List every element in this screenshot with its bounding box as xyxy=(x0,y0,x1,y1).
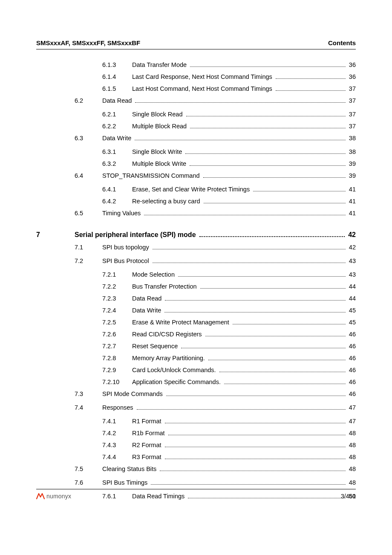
toc-entry-page: 43 xyxy=(347,271,356,278)
toc-entry-page: 45 xyxy=(347,319,356,326)
toc-entry-page: 46 xyxy=(347,367,356,373)
toc-entry[interactable]: 6.3.2Multiple Block Write39 xyxy=(36,160,356,168)
toc-entry[interactable]: 6.2.1Single Block Read37 xyxy=(36,111,356,118)
toc-leader-dots xyxy=(153,249,346,249)
toc-entry-page: 44 xyxy=(347,283,356,290)
toc-entry-title: R2 Format xyxy=(132,442,163,448)
toc-leader-dots xyxy=(190,66,346,67)
toc-subsection-number: 6.2.1 xyxy=(102,111,132,118)
toc-leader-dots xyxy=(219,372,346,372)
toc-entry-page: 48 xyxy=(347,454,356,460)
toc-entry-title: STOP_TRANSMISSION Command xyxy=(102,172,202,179)
toc-subsection-number: 6.1.4 xyxy=(102,73,132,80)
toc-entry[interactable]: 7.2SPI Bus Protocol43 xyxy=(36,257,356,265)
toc-entry[interactable]: 7.2.4Data Write45 xyxy=(36,307,356,314)
toc-entry[interactable]: 7.2.3Data Read44 xyxy=(36,295,356,302)
toc-subsection-number: 7.2.9 xyxy=(102,367,132,373)
toc-entry-title: Reset Sequence xyxy=(132,343,179,350)
toc-leader-dots xyxy=(135,102,346,103)
toc-section-number: 6.4 xyxy=(75,172,102,179)
toc-leader-dots xyxy=(190,128,346,128)
toc-entry[interactable]: 6.1.5Last Host Command, Next Host Comman… xyxy=(36,85,356,92)
toc-section-number: 7.6 xyxy=(75,479,102,486)
toc-subsection-number: 6.3.2 xyxy=(102,160,132,167)
toc-entry-title: Timing Values xyxy=(102,210,142,217)
toc-leader-dots xyxy=(168,435,346,435)
content-area: SMSxxxAF, SMSxxxFF, SMSxxxBF Contents 6.… xyxy=(0,0,392,500)
toc-subsection-number: 6.1.5 xyxy=(102,85,132,92)
toc-entry[interactable]: 7.2.5Erase & Write Protect Management45 xyxy=(36,319,356,326)
toc-subsection-number: 6.1.3 xyxy=(102,61,132,68)
toc-entry[interactable]: 6.3.1Single Block Write38 xyxy=(36,148,356,156)
toc-entry[interactable]: 6.4STOP_TRANSMISSION Command39 xyxy=(36,172,356,179)
toc-entry-page: 42 xyxy=(347,244,356,251)
toc-leader-dots xyxy=(165,300,346,301)
toc-entry[interactable]: 7.2.8Memory Array Partitioning.46 xyxy=(36,355,356,362)
toc-entry-page: 37 xyxy=(347,123,356,130)
toc-entry-page: 48 xyxy=(347,430,356,436)
toc-entry-title: Bus Transfer Protection xyxy=(132,283,199,290)
table-of-contents: 6.1.3Data Transfer Mode366.1.4Last Card … xyxy=(36,61,356,500)
toc-entry[interactable]: 6.4.2Re-selecting a busy card41 xyxy=(36,198,356,205)
toc-subsection-number: 7.2.5 xyxy=(102,319,132,326)
toc-entry-title: Multiple Block Read xyxy=(132,123,188,130)
toc-leader-dots xyxy=(135,140,346,140)
page-number: 3/461 xyxy=(341,493,356,500)
toc-entry[interactable]: 7.2.10Application Specific Commands.46 xyxy=(36,379,356,386)
toc-entry[interactable]: 6.2Data Read37 xyxy=(36,97,356,104)
toc-entry-page: 46 xyxy=(347,379,356,385)
toc-entry[interactable]: 7.4.1R1 Format47 xyxy=(36,418,356,425)
toc-entry[interactable]: 7Serial peripheral interface (SPI) mode4… xyxy=(36,231,356,239)
toc-entry-page: 43 xyxy=(347,257,356,264)
toc-entry-page: 37 xyxy=(347,85,356,92)
toc-leader-dots xyxy=(224,384,346,384)
toc-entry-page: 36 xyxy=(347,61,356,68)
toc-entry[interactable]: 7.2.2Bus Transfer Protection44 xyxy=(36,283,356,290)
toc-entry-title: Data Read xyxy=(132,295,163,302)
toc-entry-page: 46 xyxy=(347,343,356,350)
toc-entry[interactable]: 6.4.1Erase, Set and Clear Write Protect … xyxy=(36,186,356,193)
toc-leader-dots xyxy=(204,203,346,203)
toc-section-number: 6.3 xyxy=(75,135,102,142)
toc-entry[interactable]: 7.2.1Mode Selection43 xyxy=(36,271,356,278)
toc-entry[interactable]: 7.2.9Card Lock/Unlock Commands.46 xyxy=(36,367,356,374)
toc-leader-dots xyxy=(165,459,346,459)
toc-entry-page: 37 xyxy=(347,97,356,104)
toc-section-number: 7.1 xyxy=(75,244,102,251)
toc-subsection-number: 7.2.4 xyxy=(102,307,132,314)
header-right: Contents xyxy=(328,39,356,46)
toc-entry[interactable]: 7.4Responses47 xyxy=(36,404,356,411)
toc-entry-title: Last Card Response, Next Host Command Ti… xyxy=(132,73,274,80)
toc-leader-dots xyxy=(276,90,346,91)
toc-section-number: 7.4 xyxy=(75,404,102,411)
toc-entry[interactable]: 7.2.6Read CID/CSD Registers46 xyxy=(36,331,356,338)
toc-entry[interactable]: 6.2.2Multiple Block Read37 xyxy=(36,123,356,130)
brand: numonyx xyxy=(36,493,71,500)
toc-entry-page: 48 xyxy=(347,465,356,472)
toc-entry[interactable]: 6.1.3Data Transfer Mode36 xyxy=(36,61,356,69)
toc-entry[interactable]: 7.4.2R1b Format48 xyxy=(36,430,356,437)
toc-entry-title: Clearing Status Bits xyxy=(102,465,158,472)
toc-entry-title: R3 Format xyxy=(132,454,163,460)
toc-leader-dots xyxy=(200,288,346,289)
toc-leader-dots xyxy=(199,236,345,237)
toc-subsection-number: 7.2.10 xyxy=(102,379,132,385)
toc-entry[interactable]: 7.1SPI bus topology42 xyxy=(36,244,356,251)
toc-entry[interactable]: 7.3SPI Mode Commands46 xyxy=(36,390,356,398)
toc-entry-page: 47 xyxy=(347,418,356,425)
toc-entry[interactable]: 6.5Timing Values41 xyxy=(36,210,356,217)
toc-leader-dots xyxy=(203,177,346,178)
toc-entry[interactable]: 7.4.3R2 Format48 xyxy=(36,442,356,449)
toc-subsection-number: 7.2.6 xyxy=(102,331,132,338)
toc-entry[interactable]: 7.5Clearing Status Bits48 xyxy=(36,465,356,473)
toc-entry-title: Single Block Read xyxy=(132,111,184,118)
toc-entry-page: 42 xyxy=(346,231,356,239)
running-header: SMSxxxAF, SMSxxxFF, SMSxxxBF Contents xyxy=(36,39,356,49)
toc-entry[interactable]: 7.2.7Reset Sequence46 xyxy=(36,343,356,350)
toc-entry[interactable]: 7.6SPI Bus Timings48 xyxy=(36,479,356,486)
page-footer: numonyx 3/461 xyxy=(36,489,356,500)
toc-entry[interactable]: 6.1.4Last Card Response, Next Host Comma… xyxy=(36,73,356,81)
toc-entry[interactable]: 6.3Data Write38 xyxy=(36,135,356,142)
toc-entry[interactable]: 7.4.4R3 Format48 xyxy=(36,454,356,461)
toc-entry-title: Erase & Write Protect Management xyxy=(132,319,231,326)
